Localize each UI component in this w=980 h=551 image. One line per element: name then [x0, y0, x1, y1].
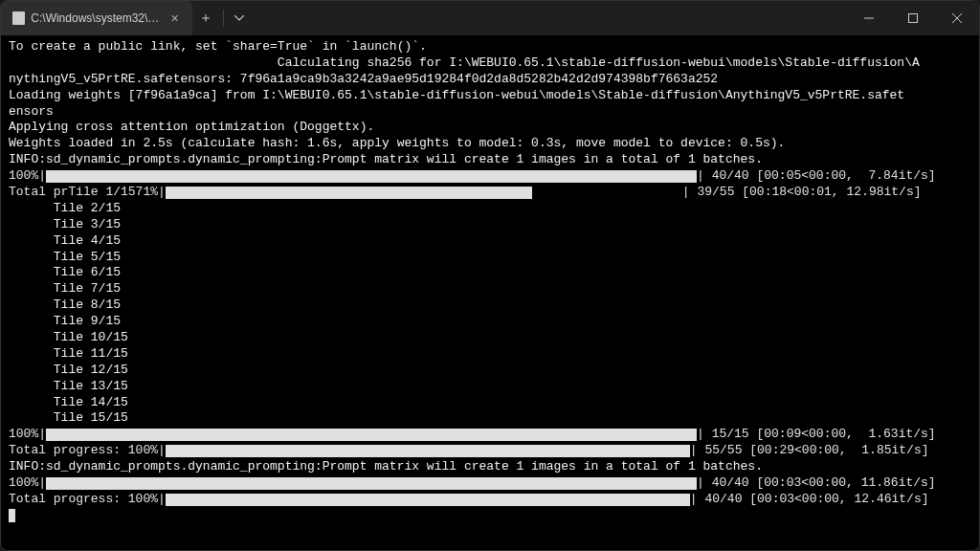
output-line: Tile 7/15: [9, 281, 971, 298]
window-controls: [847, 1, 979, 35]
output-line: Tile 10/15: [9, 330, 971, 346]
terminal-output[interactable]: To create a public link, set `share=True…: [1, 35, 979, 550]
progress-fill: [166, 187, 682, 199]
progress-fill: [46, 429, 697, 441]
output-line: Tile 4/15: [9, 233, 971, 250]
new-tab-button[interactable]: ＋: [192, 5, 219, 32]
progress-bar: 100%|| 40/40 [00:05<00:00, 7.84it/s]: [9, 168, 971, 185]
output-line: Weights loaded in 2.5s (calculate hash: …: [9, 136, 971, 152]
maximize-button[interactable]: [891, 1, 935, 35]
minimize-button[interactable]: [847, 1, 891, 35]
progress-label: Total prTile 1/1571%: [9, 185, 158, 201]
output-line: Tile 9/15: [9, 314, 971, 330]
output-line: INFO:sd_dynamic_prompts.dynamic_promptin…: [9, 152, 971, 168]
output-line: To create a public link, set `share=True…: [9, 39, 971, 55]
output-line: Applying cross attention optimization (D…: [9, 120, 971, 136]
output-line: Loading weights [7f96a1a9ca] from I:\WEB…: [9, 88, 971, 104]
progress-stats: | 40/40 [00:03<00:00, 12.46it/s]: [690, 492, 929, 508]
progress-fill: [46, 477, 697, 490]
output-line: Tile 3/15: [9, 217, 971, 233]
close-tab-icon[interactable]: ✕: [168, 11, 181, 25]
progress-label: 100%: [9, 168, 38, 185]
titlebar: C:\Windows\system32\cmd ✕ ＋: [1, 1, 979, 35]
cursor-line: [9, 508, 971, 524]
progress-stats: | 40/40 [00:05<00:00, 7.84it/s]: [697, 168, 936, 185]
progress-bar: Total progress: 100%|| 55/55 [00:29<00:0…: [9, 443, 971, 459]
tab-strip: C:\Windows\system32\cmd ✕ ＋: [1, 1, 251, 35]
output-line: Calculating sha256 for I:\WEBUI0.65.1\st…: [9, 55, 971, 72]
output-line: ensors: [9, 104, 971, 121]
tab-menu-chevron-icon[interactable]: [228, 5, 251, 32]
terminal-window: C:\Windows\system32\cmd ✕ ＋ To create a …: [0, 0, 980, 551]
progress-fill: [166, 494, 690, 506]
progress-bar: 100%|| 40/40 [00:03<00:00, 11.86it/s]: [9, 475, 971, 492]
progress-fill: [46, 170, 697, 183]
output-line: Tile 5/15: [9, 250, 971, 266]
progress-stats: | 15/15 [00:09<00:00, 1.63it/s]: [697, 427, 936, 443]
progress-label: 100%: [9, 475, 38, 492]
output-line: Tile 15/15: [9, 410, 971, 427]
tab-title: C:\Windows\system32\cmd: [31, 11, 162, 25]
progress-bar: Total progress: 100%|| 40/40 [00:03<00:0…: [9, 492, 971, 508]
progress-stats: | 39/55 [00:18<00:01, 12.98it/s]: [682, 185, 922, 201]
output-line: INFO:sd_dynamic_prompts.dynamic_promptin…: [9, 459, 971, 475]
output-line: nythingV5_v5PrtRE.safetensors: 7f96a1a9c…: [9, 72, 971, 88]
output-line: Tile 6/15: [9, 265, 971, 281]
tab-divider: [223, 10, 224, 27]
output-line: Tile 2/15: [9, 201, 971, 217]
progress-fill: [166, 445, 690, 457]
progress-bar: Total prTile 1/1571%|| 39/55 [00:18<00:0…: [9, 185, 971, 201]
tab-active[interactable]: C:\Windows\system32\cmd ✕: [1, 1, 192, 35]
cursor-icon: [9, 509, 15, 522]
output-line: Tile 13/15: [9, 379, 971, 395]
output-line: Tile 11/15: [9, 346, 971, 363]
progress-label: Total progress: 100%: [9, 492, 158, 508]
output-line: Tile 12/15: [9, 363, 971, 379]
progress-bar: 100%|| 15/15 [00:09<00:00, 1.63it/s]: [9, 427, 971, 443]
close-button[interactable]: [935, 1, 979, 35]
output-line: Tile 14/15: [9, 395, 971, 411]
progress-label: 100%: [9, 427, 38, 443]
output-line: Tile 8/15: [9, 298, 971, 314]
cmd-icon: [12, 11, 25, 25]
progress-stats: | 40/40 [00:03<00:00, 11.86it/s]: [697, 475, 936, 492]
progress-stats: | 55/55 [00:29<00:00, 1.85it/s]: [690, 443, 929, 459]
progress-label: Total progress: 100%: [9, 443, 158, 459]
svg-rect-1: [909, 14, 918, 23]
